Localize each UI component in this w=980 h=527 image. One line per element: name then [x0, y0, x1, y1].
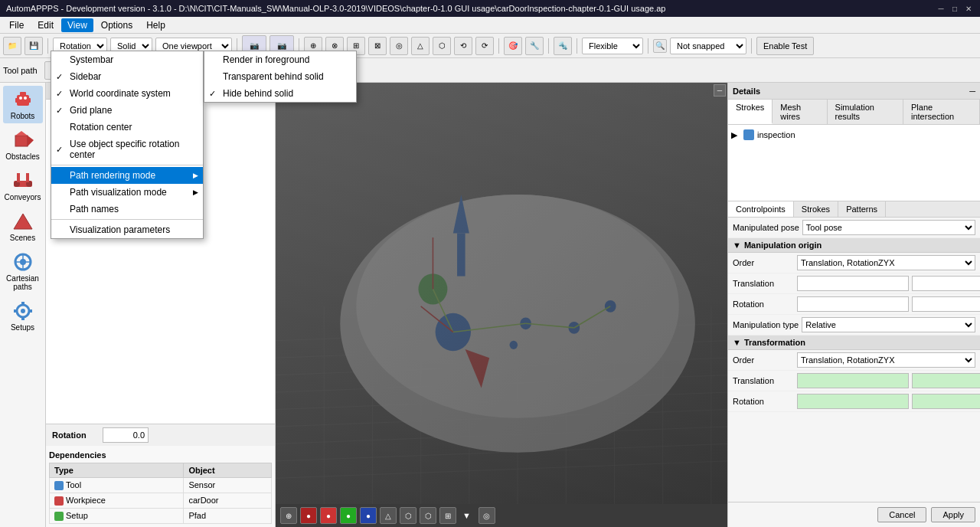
svg-rect-21 [21, 302, 24, 306]
rotation-input[interactable] [103, 427, 149, 443]
minimize-button[interactable]: ─ [936, 3, 946, 14]
vp-dropdown-btn[interactable]: ▼ [462, 511, 471, 520]
close-button[interactable]: ✕ [963, 3, 974, 14]
inspection-tree: ▶ inspection [728, 125, 980, 201]
vp-btn-blue1[interactable]: ● [360, 507, 377, 524]
menu-edit[interactable]: Edit [31, 18, 60, 32]
snap-select[interactable]: Not snapped [670, 38, 746, 54]
toolbar-btn-15[interactable]: 🔍 [653, 39, 667, 53]
menu-grid-plane[interactable]: Grid plane [51, 102, 203, 119]
cp-tab-strokes[interactable]: Strokes [794, 201, 838, 217]
separator-4 [498, 38, 499, 54]
submenu-render-foreground[interactable]: Render in foreground [204, 51, 356, 68]
cp-tab-patterns[interactable]: Patterns [838, 201, 886, 217]
translation-y-1[interactable]: 453.289 [912, 276, 980, 291]
viewport[interactable]: ─ ⊕ ● ● ● ● △ ⬡ ⬡ ⊞ ▼ ◎ [276, 83, 727, 527]
maximize-button[interactable]: □ [949, 3, 960, 14]
toolbar-btn-13[interactable]: 🔧 [525, 37, 544, 55]
tab-mesh-wires[interactable]: Mesh wires [773, 100, 827, 124]
translation-x-2[interactable]: 0.0 [797, 373, 909, 388]
viewport-canvas: ─ [276, 83, 727, 504]
vp-btn-red2[interactable]: ● [320, 507, 337, 524]
toolbar-btn-1[interactable]: 📁 [3, 37, 21, 55]
translation-y-2[interactable]: 0.0 [912, 373, 980, 388]
sidebar-label-obstacles: Obstacles [5, 152, 39, 161]
collapse-icon-1[interactable]: ▼ [733, 241, 741, 250]
toolbar-btn-2[interactable]: 💾 [24, 37, 43, 55]
vp-btn-8[interactable]: ⊞ [439, 507, 456, 524]
menu-view[interactable]: View [61, 18, 93, 32]
inspection-node[interactable]: ▶ inspection [731, 128, 977, 142]
enable-test-button[interactable]: Enable Test [756, 37, 814, 55]
vp-btn-7[interactable]: ⬡ [420, 507, 436, 524]
flexible-select[interactable]: Flexible [582, 38, 643, 54]
rotation-y-2[interactable]: 0.0 [912, 394, 980, 409]
menu-world-coordinate-system[interactable]: World coordinate system [51, 85, 203, 102]
toolbar-btn-9[interactable]: ⬡ [433, 37, 451, 55]
menu-help[interactable]: Help [140, 18, 172, 32]
toolbar-btn-7[interactable]: ◎ [390, 37, 408, 55]
order-select-2[interactable]: Translation, RotationZYX [797, 352, 975, 368]
rotation-y-1[interactable]: -66.214 [912, 296, 980, 312]
manipulation-type-row: Manipulation type Relative [728, 315, 980, 336]
tree-expand-icon[interactable]: ▶ [731, 130, 740, 140]
vp-zoom-fit[interactable]: ⊕ [280, 507, 297, 524]
menu-file[interactable]: File [3, 18, 30, 32]
vp-btn-red1[interactable]: ● [300, 507, 317, 524]
sidebar-item-robots[interactable]: Robots [3, 86, 43, 123]
menu-sidebar[interactable]: Sidebar [51, 68, 203, 85]
toolbar-btn-12[interactable]: 🎯 [504, 37, 522, 55]
manipulation-type-select[interactable]: Relative [802, 317, 975, 332]
tab-plane-intersection[interactable]: Plane intersection [903, 100, 980, 124]
sidebar-item-conveyors[interactable]: Conveyors [3, 167, 43, 205]
setups-icon [12, 300, 34, 322]
translation-x-1[interactable]: -894.714 [797, 276, 909, 291]
menu-use-object-specific-rotation-center[interactable]: Use object specific rotation center [51, 136, 203, 163]
toolbar-btn-11[interactable]: ⟳ [475, 37, 494, 55]
svg-rect-0 [17, 95, 29, 106]
sidebar-item-setups[interactable]: Setups [3, 297, 43, 335]
menu-visualization-parameters[interactable]: Visualization parameters [51, 221, 203, 238]
viewport-minimize-icon[interactable]: ─ [714, 84, 726, 97]
sidebar-label-conveyors: Conveyors [5, 193, 41, 201]
sidebar-item-scenes[interactable]: Scenes [3, 208, 43, 245]
manipulated-pose-select[interactable]: Tool pose [802, 220, 975, 235]
vp-btn-green[interactable]: ● [340, 507, 357, 524]
vp-btn-6[interactable]: ⬡ [400, 507, 416, 524]
toolbar-btn-14[interactable]: 🔩 [554, 37, 572, 55]
controlpoints-section: Controlpoints Strokes Patterns Manipulat… [728, 201, 980, 502]
separator-7 [648, 38, 648, 54]
svg-point-47 [418, 273, 447, 304]
details-minimize-icon[interactable]: ─ [969, 87, 975, 96]
sidebar-item-obstacles[interactable]: Obstacles [3, 126, 43, 164]
menu-systembar[interactable]: Systembar [51, 51, 203, 68]
rotation-x-2[interactable]: 0.0 [797, 394, 909, 409]
dep-col-type: Type [50, 463, 184, 477]
toolbar-btn-10[interactable]: ⟲ [454, 37, 472, 55]
svg-rect-60 [457, 233, 466, 276]
tab-strokes[interactable]: Strokes [728, 100, 773, 124]
vp-btn-5[interactable]: △ [380, 507, 397, 524]
menu-rotation-center[interactable]: Rotation center [51, 119, 203, 136]
menu-path-names[interactable]: Path names [51, 201, 203, 218]
menu-path-visualization-mode[interactable]: Path visualization mode [51, 184, 203, 201]
toolbar-btn-6[interactable]: ⊠ [368, 37, 387, 55]
menu-path-rendering-mode[interactable]: Path rendering mode [51, 167, 203, 184]
vp-btn-9[interactable]: ◎ [479, 507, 495, 524]
collapse-icon-2[interactable]: ▼ [733, 338, 741, 347]
apply-button[interactable]: Apply [931, 507, 975, 522]
manipulation-type-label: Manipulation type [733, 320, 799, 329]
submenu-hide-behind-solid[interactable]: Hide behind solid [204, 85, 356, 102]
sidebar-item-cartesian-paths[interactable]: Cartesian paths [3, 248, 43, 294]
cp-tab-controlpoints[interactable]: Controlpoints [728, 201, 794, 217]
inspection-node-icon [743, 129, 754, 140]
tab-simulation-results[interactable]: Simulation results [828, 100, 903, 124]
menu-options[interactable]: Options [95, 18, 139, 32]
rotation-x-1[interactable]: 4.411 [797, 296, 909, 312]
submenu-transparent-behind-solid[interactable]: Transparent behind solid [204, 68, 356, 85]
order-select-1[interactable]: Translation, RotationZYX [797, 255, 975, 270]
robot-icon [12, 89, 34, 110]
title-bar: AutomAPPPS - Development version - 3.1.0… [0, 0, 980, 17]
toolbar-btn-8[interactable]: △ [411, 37, 430, 55]
cancel-button[interactable]: Cancel [877, 507, 926, 522]
